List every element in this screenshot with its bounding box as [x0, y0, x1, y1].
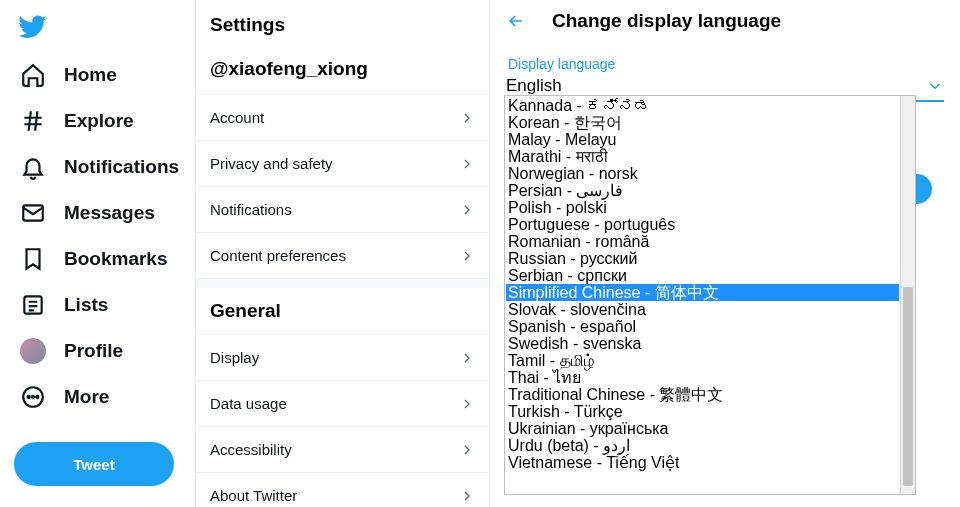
home-icon — [20, 62, 46, 88]
settings-title: Settings — [196, 0, 489, 54]
nav-messages[interactable]: Messages — [14, 190, 191, 236]
language-option[interactable]: Russian - русский — [506, 250, 899, 267]
language-option[interactable]: Romanian - română — [506, 233, 899, 250]
field-label: Display language — [506, 56, 944, 72]
nav-label: More — [64, 386, 109, 408]
general-row[interactable]: Accessibility — [196, 426, 489, 472]
section-divider — [196, 278, 489, 288]
language-option[interactable]: Urdu (beta) - اردو — [506, 437, 899, 454]
nav-label: Profile — [64, 340, 123, 362]
nav-label: Notifications — [64, 156, 179, 178]
row-label: Account — [210, 109, 264, 126]
scroll-thumb[interactable] — [903, 287, 913, 486]
account-row[interactable]: Account — [196, 94, 489, 140]
svg-point-3 — [28, 396, 30, 398]
language-option[interactable]: Turkish - Türkçe — [506, 403, 899, 420]
chevron-right-icon — [459, 396, 475, 412]
hash-icon — [20, 108, 46, 134]
language-option[interactable]: Serbian - српски — [506, 267, 899, 284]
chevron-down-icon — [926, 77, 944, 95]
general-heading: General — [196, 288, 489, 334]
detail-pane: Change display language Display language… — [490, 0, 960, 507]
language-option-list[interactable]: Kannada - ಕನ್ನಡKorean - 한국어Malay - Melay… — [506, 97, 899, 493]
row-label: About Twitter — [210, 487, 297, 504]
language-option[interactable]: Marathi - मराठी — [506, 148, 899, 165]
nav-label: Explore — [64, 110, 134, 132]
row-label: Notifications — [210, 201, 292, 218]
back-button[interactable] — [506, 11, 526, 31]
language-option[interactable]: Portuguese - português — [506, 216, 899, 233]
chevron-right-icon — [459, 350, 475, 366]
chevron-right-icon — [459, 156, 475, 172]
language-option[interactable]: Vietnamese - Tiếng Việt — [506, 454, 899, 471]
language-option[interactable]: Simplified Chinese - 简体中文 — [506, 284, 899, 301]
language-option[interactable]: Thai - ไทย — [506, 369, 899, 386]
row-label: Data usage — [210, 395, 287, 412]
language-option[interactable]: Spanish - español — [506, 318, 899, 335]
row-label: Content preferences — [210, 247, 346, 264]
language-option[interactable]: Ukrainian - українська — [506, 420, 899, 437]
chevron-right-icon — [459, 442, 475, 458]
nav-more[interactable]: More — [14, 374, 191, 420]
nav-lists[interactable]: Lists — [14, 282, 191, 328]
scrollbar[interactable] — [900, 96, 915, 494]
settings-column: Settings @xiaofeng_xiong AccountPrivacy … — [195, 0, 490, 507]
language-option[interactable]: Swedish - svenska — [506, 335, 899, 352]
language-option[interactable]: Korean - 한국어 — [506, 114, 899, 131]
nav-profile[interactable]: Profile — [14, 328, 191, 374]
svg-point-4 — [32, 396, 34, 398]
chevron-right-icon — [459, 248, 475, 264]
language-option[interactable]: Polish - polski — [506, 199, 899, 216]
language-option[interactable]: Persian - فارسی — [506, 182, 899, 199]
pane-title: Change display language — [552, 10, 781, 32]
more-icon — [20, 384, 46, 410]
row-label: Privacy and safety — [210, 155, 333, 172]
nav-label: Lists — [64, 294, 108, 316]
nav-label: Messages — [64, 202, 155, 224]
mail-icon — [20, 200, 46, 226]
account-row[interactable]: Notifications — [196, 186, 489, 232]
svg-point-5 — [36, 396, 38, 398]
general-row[interactable]: Data usage — [196, 380, 489, 426]
row-label: Accessibility — [210, 441, 292, 458]
chevron-right-icon — [459, 202, 475, 218]
language-option[interactable]: Norwegian - norsk — [506, 165, 899, 182]
pane-header: Change display language — [490, 0, 960, 42]
user-handle: @xiaofeng_xiong — [196, 54, 489, 94]
language-option[interactable]: Malay - Melayu — [506, 131, 899, 148]
general-row[interactable]: Display — [196, 334, 489, 380]
bell-icon — [20, 154, 46, 180]
selected-language: English — [506, 76, 562, 96]
tweet-button[interactable]: Tweet — [14, 442, 174, 486]
nav-label: Bookmarks — [64, 248, 168, 270]
nav-notifications[interactable]: Notifications — [14, 144, 191, 190]
nav-home[interactable]: Home — [14, 52, 191, 98]
account-row[interactable]: Privacy and safety — [196, 140, 489, 186]
nav-bookmarks[interactable]: Bookmarks — [14, 236, 191, 282]
general-row[interactable]: About Twitter — [196, 472, 489, 507]
chevron-right-icon — [459, 488, 475, 504]
language-option[interactable]: Tamil - தமிழ் — [506, 352, 899, 369]
language-dropdown: Kannada - ಕನ್ನಡKorean - 한국어Malay - Melay… — [504, 95, 916, 495]
avatar — [20, 338, 46, 364]
bookmark-icon — [20, 246, 46, 272]
language-option[interactable]: Slovak - slovenčina — [506, 301, 899, 318]
language-option[interactable]: Traditional Chinese - 繁體中文 — [506, 386, 899, 403]
primary-nav: Home Explore Notifications Messages Book… — [0, 0, 195, 507]
language-field: Display language English — [490, 42, 960, 102]
list-icon — [20, 292, 46, 318]
account-row[interactable]: Content preferences — [196, 232, 489, 278]
language-option[interactable]: Kannada - ಕನ್ನಡ — [506, 97, 899, 114]
nav-explore[interactable]: Explore — [14, 98, 191, 144]
twitter-logo-icon[interactable] — [18, 12, 48, 42]
chevron-right-icon — [459, 110, 475, 126]
row-label: Display — [210, 349, 259, 366]
nav-label: Home — [64, 64, 117, 86]
